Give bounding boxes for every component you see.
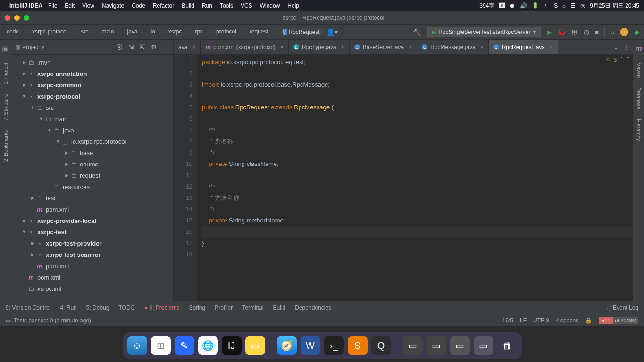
dock-recent-4[interactable]: ▭: [474, 336, 493, 355]
tree-item-request[interactable]: ▶🗀request: [11, 170, 173, 181]
tree-item-xsrpc-annotation[interactable]: ▶▪xsrpc-annotation: [11, 68, 173, 79]
warning-icon[interactable]: ⚠: [605, 57, 610, 63]
editor-tab-pomxmlxsrpcprotocol[interactable]: mpom.xml (xsrpc-protocol)×: [201, 40, 289, 54]
tool-window-profiler[interactable]: Profiler: [215, 304, 233, 311]
breadcrumb-RpcRequest[interactable]: CRpcRequest: [280, 28, 323, 36]
close-tab-icon[interactable]: ×: [280, 44, 284, 50]
tree-item-pom-xml[interactable]: mpom.xml: [11, 272, 173, 283]
tool-window-4run[interactable]: 4: Run: [60, 304, 76, 311]
search-icon[interactable]: ⌕: [562, 2, 566, 9]
macos-menu-tools[interactable]: Tools: [220, 2, 233, 9]
editor-tab-ava[interactable]: ava×: [174, 40, 201, 54]
tree-expand-icon[interactable]: ▼: [29, 105, 36, 110]
tree-item-test[interactable]: ▶🗀test: [11, 192, 173, 204]
code-line-14[interactable]: */: [202, 204, 633, 215]
right-tool-maven[interactable]: Maven: [636, 62, 642, 78]
tree-item-io-xsrpc-rpc-protocol[interactable]: ▼▢io.xsrpc.rpc.protocol: [11, 136, 173, 147]
search-everywhere-icon[interactable]: ⌕: [611, 28, 614, 36]
breadcrumb-xsrpc-protocol[interactable]: xsrpc-protocol: [30, 27, 69, 36]
code-line-16[interactable]: [202, 226, 633, 238]
update-button[interactable]: ↑: [620, 28, 628, 36]
breadcrumb-code[interactable]: code: [5, 27, 21, 36]
tree-item-java[interactable]: ▼🗀java: [11, 124, 173, 136]
close-tab-icon[interactable]: ×: [480, 44, 484, 50]
battery-icon[interactable]: 🔋: [532, 2, 539, 9]
code-editor[interactable]: package io.xsrpc.rpc.protocol.request; i…: [197, 55, 633, 301]
tree-item-enums[interactable]: ▶🗀enums: [11, 158, 173, 170]
memory-indicator[interactable]: 511 of 2048M: [599, 317, 638, 324]
editor-tab-RpcTypejava[interactable]: ERpcType.java×: [289, 40, 350, 54]
tool-window-terminal[interactable]: Terminal: [242, 304, 263, 311]
hide-tool-icon[interactable]: —: [163, 43, 169, 51]
tree-expand-icon[interactable]: ▶: [21, 218, 27, 223]
collapse-all-icon[interactable]: ⇱: [140, 43, 145, 51]
file-encoding[interactable]: UTF-8: [533, 317, 549, 324]
indent-setting[interactable]: 4 spaces: [556, 317, 578, 324]
ime-icon[interactable]: 🅰: [499, 2, 505, 9]
readonly-lock-icon[interactable]: 🔒: [585, 317, 592, 324]
tree-expand-icon[interactable]: ▶: [29, 252, 36, 257]
wifi-icon[interactable]: ᯤ: [544, 2, 549, 9]
tree-item-xsrpc-protocol[interactable]: ▼▪xsrpc-protocol: [11, 90, 173, 102]
tree-expand-icon[interactable]: ▶: [21, 82, 27, 87]
close-window-button[interactable]: [5, 15, 10, 21]
coverage-button[interactable]: ⛨: [571, 28, 578, 36]
tree-item-xsrpc-test[interactable]: ▼▪xsrpc-test: [11, 226, 173, 238]
control-center-icon[interactable]: ☰: [570, 2, 576, 9]
dock-chrome[interactable]: 🌐: [198, 336, 218, 355]
tree-expand-icon[interactable]: ▶: [21, 71, 27, 76]
dock-terminal[interactable]: ›_: [324, 336, 344, 355]
line-separator[interactable]: LF: [520, 317, 527, 324]
tree-expand-icon[interactable]: ▶: [63, 162, 70, 166]
editor-tab-BaseServerjava[interactable]: CBaseServer.java×: [350, 40, 417, 54]
clock[interactable]: 9月25日 周三 20:45: [590, 2, 639, 10]
close-tab-icon[interactable]: ×: [192, 44, 195, 50]
macos-menu-window[interactable]: Window: [260, 2, 280, 9]
tree-item-pom-xml[interactable]: mpom.xml: [11, 204, 173, 215]
macos-menu-vcs[interactable]: VCS: [241, 2, 252, 9]
dock-safari[interactable]: 🧭: [277, 336, 297, 355]
code-line-9[interactable]: */: [202, 147, 633, 158]
dock-recent-1[interactable]: ▭: [403, 336, 423, 355]
code-line-8[interactable]: * 类名称: [202, 136, 633, 147]
dock-finder[interactable]: ☺: [127, 336, 147, 355]
tree-item-xsrpc-test-provider[interactable]: ▶▪xsrpc-test-provider: [11, 238, 173, 249]
ide-help-icon[interactable]: ◆: [634, 28, 639, 36]
vcs-person-icon[interactable]: 👤▾: [326, 28, 338, 36]
dock-stickynotes[interactable]: ▭: [245, 336, 265, 355]
macos-menu-run[interactable]: Run: [202, 2, 212, 9]
project-view-select[interactable]: ▣ Project ▾: [15, 44, 44, 50]
tree-item-xsrpc-provider-local[interactable]: ▶▪xsrpc-provider-local: [11, 215, 173, 226]
dock-recent-3[interactable]: ▭: [450, 336, 470, 355]
tree-expand-icon[interactable]: ▶: [63, 173, 70, 178]
tree-item-xsrpc-common[interactable]: ▶▪xsrpc-common: [11, 79, 173, 90]
breadcrumb-protocol[interactable]: protocol: [214, 27, 238, 36]
macos-menu-view[interactable]: View: [82, 2, 94, 9]
app-name[interactable]: IntelliJ IDEA: [9, 2, 42, 9]
code-line-7[interactable]: /**: [202, 124, 633, 136]
macos-menu-file[interactable]: File: [48, 2, 57, 9]
dock-trash[interactable]: 🗑: [497, 336, 517, 355]
breadcrumb-java[interactable]: java: [125, 27, 139, 36]
dock-sublime[interactable]: S: [348, 336, 368, 355]
tab-dropdown-icon[interactable]: ⌄: [614, 44, 619, 50]
stop-button[interactable]: ■: [595, 28, 599, 36]
project-tree[interactable]: ▶🗀.mvn▶▪xsrpc-annotation▶▪xsrpc-common▼▪…: [11, 55, 173, 301]
tool-window-build[interactable]: Build: [273, 304, 286, 311]
tree-item-main[interactable]: ▼🗀main: [11, 113, 173, 124]
tree-expand-icon[interactable]: ▼: [46, 128, 53, 132]
siri-icon[interactable]: ◎: [580, 2, 585, 9]
breadcrumb-src[interactable]: src: [79, 27, 90, 36]
macos-menu-help[interactable]: Help: [287, 2, 299, 9]
macos-menu-build[interactable]: Build: [182, 2, 194, 9]
run-configuration-select[interactable]: ▶ RpcSingleServerTest.startRpcServer ▾: [427, 27, 541, 37]
inspection-strip[interactable]: ⚠ 3 ˄ ˅: [605, 57, 630, 63]
tree-expand-icon[interactable]: ▼: [21, 230, 27, 234]
tool-window-9versioncontrol[interactable]: 9: Version Control: [6, 304, 50, 311]
tree-item-xsrpc-iml[interactable]: 🗀xsrpc.iml: [11, 283, 173, 294]
event-log-button[interactable]: ◌ Event Log: [607, 304, 638, 311]
s-icon[interactable]: S: [554, 2, 558, 9]
editor-tab-RpcRequestjava[interactable]: CRpcRequest.java×: [489, 40, 558, 54]
profile-button[interactable]: ◷: [584, 28, 589, 36]
code-line-12[interactable]: /**: [202, 181, 633, 192]
